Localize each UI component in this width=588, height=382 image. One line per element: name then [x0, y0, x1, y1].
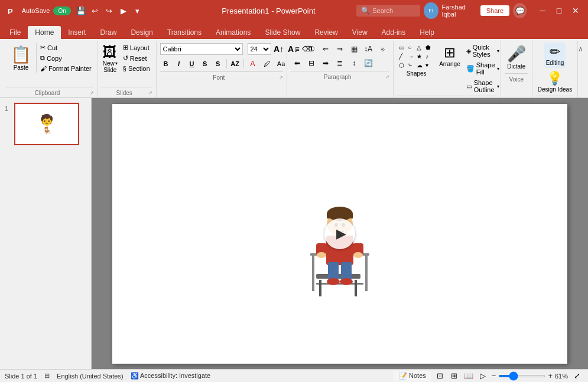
user-avatar[interactable]: FI	[424, 2, 438, 19]
font-size-a-button[interactable]: Aa	[275, 57, 288, 70]
ribbon-group-paragraph: ≡ ① ⇐ ⇒ ▦ ↕A ⟐ ⬅ ⊟ ➡ ≣ ↕ 🔄 Paragraph ↗	[287, 41, 394, 97]
align-left-button[interactable]: ⬅	[291, 57, 304, 70]
comment-button[interactable]: 💬	[513, 3, 527, 18]
slide-info-expand-icon[interactable]: ⊞	[42, 371, 52, 380]
font-size-select[interactable]: 24	[248, 43, 271, 55]
quick-styles-dropdown[interactable]: ▾	[497, 48, 499, 54]
tab-review[interactable]: Review	[307, 26, 345, 39]
maximize-button[interactable]: □	[551, 3, 567, 18]
shapes-button[interactable]: ▭○△⬟ ╱→★♪ ⬡⤷☁▾ Shapes	[397, 43, 436, 79]
shape-outline-button[interactable]: ▭ Shape Outline ▾	[464, 78, 502, 94]
save-icon[interactable]: 💾	[74, 4, 87, 17]
play-button-overlay[interactable]: ▶	[324, 218, 355, 249]
smartart-button[interactable]: ⟐	[376, 43, 389, 55]
section-button[interactable]: § Section	[121, 64, 152, 73]
numbering-button[interactable]: ①	[305, 43, 318, 55]
text-direction-button[interactable]: ↕A	[362, 43, 375, 55]
align-right-button[interactable]: ➡	[319, 57, 332, 70]
slidesorter-view-button[interactable]: ⊞	[448, 371, 461, 381]
redo-icon[interactable]: ↪	[103, 4, 116, 17]
minimize-button[interactable]: ─	[535, 3, 550, 18]
shape-fill-button[interactable]: 🪣 Shape Fill ▾	[464, 60, 502, 77]
font-name-select[interactable]: Calibri	[160, 43, 243, 55]
status-right: 📝 Notes ⊡ ⊞ 📖 ▷ − + 61% ⤢	[394, 371, 583, 381]
tab-animations[interactable]: Animations	[209, 26, 258, 39]
tab-insert[interactable]: Insert	[61, 26, 93, 39]
main-area: 1 🧒 🪑	[0, 98, 588, 369]
reading-view-button[interactable]: 📖	[462, 371, 475, 381]
slides-expand-icon[interactable]: ↗	[148, 90, 152, 96]
tab-addins[interactable]: Add-ins	[375, 26, 413, 39]
format-painter-button[interactable]: 🖌 Format Painter	[38, 64, 94, 73]
slide-canvas[interactable]: ▶	[112, 104, 567, 364]
shadow-button[interactable]: S	[212, 58, 224, 70]
copy-button[interactable]: ⧉ Copy	[38, 53, 94, 63]
language-status[interactable]: English (United States)	[57, 373, 124, 380]
dictate-button[interactable]: 🎤 Dictate	[505, 43, 528, 72]
tab-view[interactable]: View	[345, 26, 375, 39]
zoom-out-button[interactable]: −	[492, 371, 496, 380]
tab-home[interactable]: Home	[28, 26, 61, 39]
tab-transitions[interactable]: Transitions	[160, 26, 209, 39]
view-buttons: ⊡ ⊞ 📖 ▷	[434, 371, 489, 381]
notes-icon: 📝	[399, 372, 407, 379]
bold-button[interactable]: B	[160, 58, 172, 70]
font-expand-icon[interactable]: ↗	[279, 75, 283, 80]
quick-styles-button[interactable]: ◈ Quick Styles ▾	[464, 43, 502, 59]
share-button[interactable]: Share	[480, 5, 509, 16]
strikethrough-button[interactable]: S	[199, 58, 211, 70]
zoom-level[interactable]: 61%	[555, 373, 568, 380]
cut-button[interactable]: ✂ Cut	[38, 43, 94, 53]
present-icon[interactable]: ▶	[117, 4, 130, 17]
tab-slideshow[interactable]: Slide Show	[258, 26, 307, 39]
font-color-button[interactable]: A	[246, 57, 259, 70]
text-columns-button[interactable]: ▦	[347, 43, 360, 55]
search-input[interactable]	[372, 7, 415, 14]
close-button[interactable]: ✕	[568, 3, 583, 18]
shape-fill-dropdown[interactable]: ▾	[497, 66, 499, 71]
notes-button[interactable]: 📝 Notes	[394, 371, 431, 381]
slide-content: ▶	[301, 168, 378, 299]
convert-smartart-button[interactable]: 🔄	[362, 57, 375, 70]
clipboard-expand-icon[interactable]: ↗	[90, 90, 94, 96]
italic-button[interactable]: I	[173, 58, 185, 70]
search-box[interactable]: 🔍	[356, 5, 420, 17]
center-button[interactable]: ⊟	[305, 57, 318, 70]
status-left: Slide 1 of 1 ⊞ English (United States) ♿…	[5, 371, 388, 380]
paste-button[interactable]: 📋 Paste	[6, 43, 37, 73]
design-ideas-button[interactable]: 💡 Design Ideas	[536, 69, 574, 94]
increase-indent-button[interactable]: ⇒	[333, 43, 346, 55]
justify-button[interactable]: ≣	[333, 57, 346, 70]
zoom-in-button[interactable]: +	[548, 371, 553, 380]
tab-help[interactable]: Help	[412, 26, 441, 39]
accessibility-status[interactable]: ♿ Accessibility: Investigate	[128, 371, 213, 380]
tab-file[interactable]: File	[2, 26, 28, 39]
reset-button[interactable]: ↺ Reset	[121, 53, 152, 63]
paragraph-expand-icon[interactable]: ↗	[385, 74, 389, 80]
editing-button[interactable]: ✏ Editing	[544, 43, 566, 68]
char-spacing-button[interactable]: AZ	[229, 58, 241, 70]
underline-button[interactable]: U	[186, 58, 198, 70]
bullets-button[interactable]: ≡	[291, 43, 304, 55]
tab-draw[interactable]: Draw	[93, 26, 124, 39]
shape-outline-dropdown[interactable]: ▾	[497, 84, 499, 89]
zoom-slider[interactable]	[498, 375, 545, 377]
fit-to-window-button[interactable]: ⤢	[570, 371, 583, 381]
new-slide-dropdown-icon[interactable]: ▾	[115, 61, 118, 66]
autosave-toggle[interactable]: On	[53, 6, 70, 15]
normal-view-button[interactable]: ⊡	[434, 371, 447, 381]
ribbon-collapse-button[interactable]: ∧	[578, 41, 586, 97]
more-icon[interactable]: ▾	[131, 4, 144, 17]
layout-button[interactable]: ⊞ Layout	[121, 43, 152, 53]
line-spacing-button[interactable]: ↕	[347, 57, 360, 70]
presenter-view-button[interactable]: ▷	[476, 371, 489, 381]
arrange-button[interactable]: ⊞ Arrange	[437, 43, 462, 69]
tab-design[interactable]: Design	[124, 26, 160, 39]
text-highlight-button[interactable]: 🖊	[261, 57, 274, 70]
decrease-indent-button[interactable]: ⇐	[319, 43, 332, 55]
slide-1-thumbnail[interactable]: 🧒 🪑	[14, 103, 79, 145]
font-label: Font	[160, 73, 278, 82]
new-slide-button[interactable]: 🖼 New ▾ Slide	[102, 43, 119, 74]
increase-font-button[interactable]: A↑	[272, 43, 285, 55]
undo-icon[interactable]: ↩	[89, 4, 102, 17]
